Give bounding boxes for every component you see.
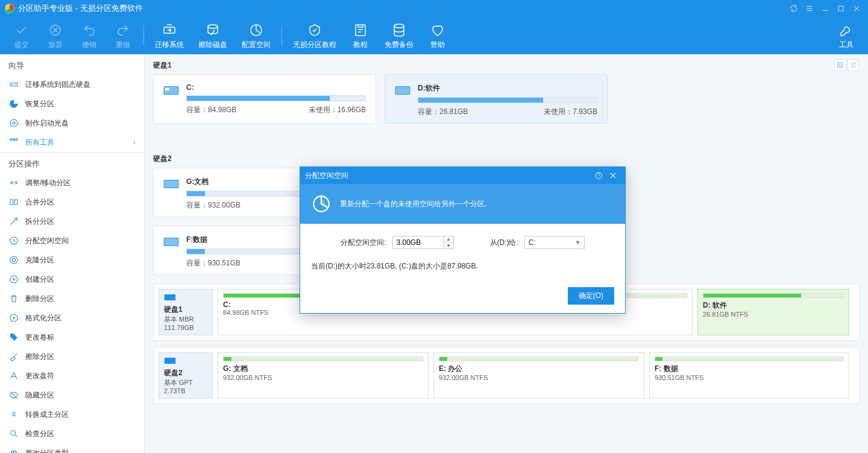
maximize-icon[interactable] <box>833 1 849 16</box>
partition-cell[interactable]: D: 软件26.81GB NTFS <box>697 289 849 335</box>
tools-button[interactable]: 工具 <box>829 17 863 54</box>
sidebar-item-resize[interactable]: 调整/移动分区 <box>0 173 144 192</box>
svg-rect-27 <box>165 88 169 90</box>
svg-rect-28 <box>395 87 410 95</box>
amount-input[interactable]: ▲▼ <box>392 236 454 249</box>
wipe-disk-button[interactable]: 擦除磁盘 <box>191 17 234 54</box>
svg-point-17 <box>12 258 15 261</box>
usage-bar <box>439 356 639 361</box>
amount-label: 分配空闲空间: <box>341 238 386 248</box>
tutorial-lossless-button[interactable]: 无损分区教程 <box>286 17 344 54</box>
help-icon[interactable] <box>591 168 606 183</box>
sidebar-item-label: 擦除分区 <box>25 352 54 362</box>
spin-down-icon[interactable]: ▼ <box>444 242 453 249</box>
sidebar-item-format[interactable]: 格式化分区 <box>0 308 144 328</box>
svg-rect-10 <box>10 139 12 141</box>
tutorial-button[interactable]: 教程 <box>344 17 377 54</box>
sidebar-item-migrate-ssd[interactable]: 迁移系统到固态硬盘 <box>0 75 144 94</box>
sidebar-item-all-tools[interactable]: 所有工具› <box>0 133 144 152</box>
usage-bar <box>186 95 366 101</box>
partition-card-d[interactable]: D:软件 容量：26.81GB未使用：7.93GB <box>385 74 608 124</box>
sidebar-item-recover[interactable]: 恢复分区 <box>0 94 144 113</box>
disk-scheme: 基本 MBR <box>164 315 207 324</box>
sidebar-item-label: 更改盘符 <box>25 371 54 381</box>
target-select[interactable]: C: ▼ <box>524 236 585 249</box>
disk-name: 硬盘2 <box>164 368 207 378</box>
drive-icon <box>163 236 179 248</box>
sidebar-item-letter[interactable]: 更改盘符 <box>0 366 144 385</box>
sidebar-item-type[interactable]: ID更改分区类型 <box>0 443 144 453</box>
sidebar-item-check[interactable]: 检查分区 <box>0 424 144 443</box>
sidebar-header-wizard: 向导 <box>0 54 144 75</box>
partition-info: 932.00GB NTFS <box>223 374 423 381</box>
partition-name: D: 软件 <box>703 300 844 311</box>
sidebar-item-merge[interactable]: 合并分区 <box>0 192 144 212</box>
svg-rect-13 <box>10 200 13 204</box>
partition-name: D:软件 <box>418 83 597 93</box>
sidebar-item-hide[interactable]: 隐藏分区 <box>0 385 144 405</box>
app-logo <box>5 4 14 13</box>
sidebar-item-split[interactable]: 拆分分区 <box>0 212 144 231</box>
sidebar-item-label: 分配空闲空间 <box>25 236 69 246</box>
dialog-titlebar[interactable]: 分配空闲空间 <box>300 167 625 184</box>
refresh-icon[interactable] <box>786 1 802 16</box>
sidebar-item-bootdisc[interactable]: 制作启动光盘 <box>0 113 144 133</box>
svg-rect-30 <box>164 238 178 246</box>
sidebar-item-label: 转换成主分区 <box>25 410 69 420</box>
menu-icon[interactable] <box>802 1 817 16</box>
svg-rect-14 <box>14 200 17 204</box>
view-grid-icon[interactable] <box>834 59 846 71</box>
dialog-close-icon[interactable] <box>606 168 620 183</box>
undo-button[interactable]: 撤销 <box>72 17 106 54</box>
spin-up-icon[interactable]: ▲ <box>444 236 453 242</box>
redo-button[interactable]: 重做 <box>106 17 140 54</box>
svg-rect-24 <box>838 66 840 68</box>
drive-icon <box>163 178 179 190</box>
sidebar-item-label: 克隆分区 <box>25 255 54 265</box>
dialog-note: 当前(D:)的大小时23.81GB, (C:)盘的大小是87.98GB. <box>311 261 614 271</box>
disk-size: 111.79GB <box>164 324 207 331</box>
sidebar: 向导 迁移系统到固态硬盘 恢复分区 制作启动光盘 所有工具› 分区操作 调整/移… <box>0 54 145 453</box>
partition-name: F: 数据 <box>655 364 844 374</box>
sidebar-item-create[interactable]: 创建分区 <box>0 270 144 289</box>
view-list-icon[interactable] <box>848 59 860 71</box>
capacity-label: 容量：84.98GB <box>186 105 236 115</box>
sidebar-item-allocate[interactable]: 分配空闲空间 <box>0 231 144 250</box>
capacity-label: 容量：26.81GB <box>418 107 468 117</box>
sidebar-item-clone[interactable]: 克隆分区 <box>0 250 144 270</box>
minimize-icon[interactable] <box>817 1 833 16</box>
partition-card-c[interactable]: C: 容量：84.98GB未使用：16.96GB <box>153 74 376 124</box>
sidebar-item-delete[interactable]: 删除分区 <box>0 289 144 308</box>
unused-label: 未使用：7.93GB <box>544 107 597 117</box>
svg-rect-12 <box>16 139 17 141</box>
allocate-space-button[interactable]: 配置空间 <box>234 17 278 54</box>
partition-cell[interactable]: E: 办公932.00GB NTFS <box>433 352 644 399</box>
svg-point-9 <box>13 122 15 124</box>
sidebar-item-label: 迁移系统到固态硬盘 <box>25 80 90 90</box>
donate-button[interactable]: 赞助 <box>421 17 454 54</box>
partition-info: 26.81GB NTFS <box>703 311 844 318</box>
sidebar-item-label: 检查分区 <box>25 429 54 439</box>
discard-button[interactable]: 放弃 <box>39 17 72 54</box>
capacity-label: 容量：932.00GB <box>186 200 241 211</box>
svg-rect-11 <box>13 139 15 141</box>
sidebar-item-wipe[interactable]: 擦除分区 <box>0 347 144 366</box>
partition-cell[interactable]: G: 文档932.00GB NTFS <box>218 352 429 399</box>
window-title: 分区助手专业版 - 无损分区免费软件 <box>18 3 143 14</box>
usage-bar <box>418 97 597 103</box>
disk-header[interactable]: 硬盘2基本 GPT2.73TB <box>159 352 213 399</box>
amount-field[interactable] <box>393 238 444 247</box>
sidebar-item-label[interactable]: 更改卷标 <box>0 328 144 347</box>
free-backup-button[interactable]: 免费备份 <box>377 17 421 54</box>
ok-button[interactable]: 确定(O) <box>568 287 614 305</box>
unused-label: 未使用：16.96GB <box>309 105 366 115</box>
disk-header[interactable]: 硬盘1基本 MBR111.79GB <box>159 289 213 335</box>
partition-name: C: <box>186 83 366 92</box>
partition-cell[interactable]: F: 数据930.51GB NTFS <box>649 352 849 399</box>
sidebar-item-primary[interactable]: 转换成主分区 <box>0 405 144 424</box>
allocate-dialog: 分配空闲空间 重新分配一个盘的未使用空间给另外一个分区. 分配空闲空间: ▲▼ … <box>300 166 626 314</box>
migrate-os-button[interactable]: 迁移系统 <box>148 17 191 54</box>
commit-button[interactable]: 提交 <box>5 17 39 54</box>
disk-icon <box>164 293 207 303</box>
close-icon[interactable] <box>849 1 864 16</box>
